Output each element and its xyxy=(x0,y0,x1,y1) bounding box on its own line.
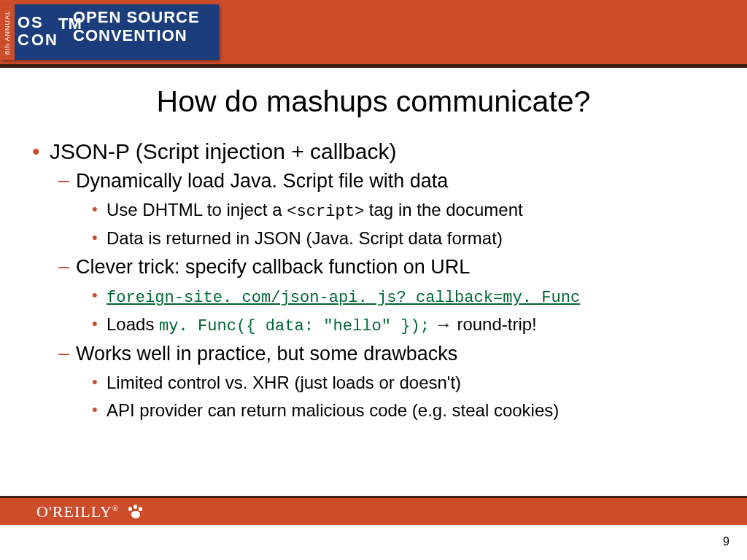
bullet-jsonp: JSON-P (Script injection + callback) xyxy=(50,139,725,164)
page-number: 9 xyxy=(723,535,729,548)
url-code: foreign-site. com/json-api. js? callback… xyxy=(107,289,580,307)
banner-divider xyxy=(0,64,747,68)
annual-strip: 8th ANNUAL xyxy=(0,4,15,60)
callback-code: my. Func({ data: "hello" }); xyxy=(159,317,430,335)
banner-line1: OPEN SOURCE xyxy=(73,9,200,26)
sub-data-json: Data is returned in JSON (Java. Script d… xyxy=(107,228,725,249)
footer-bar: O'REILLY® xyxy=(0,496,747,525)
sub-drawbacks: Works well in practice, but some drawbac… xyxy=(76,343,725,365)
sub-loads-roundtrip: Loads my. Func({ data: "hello" }); → rou… xyxy=(107,314,725,335)
banner-line2: CONVENTION xyxy=(73,27,200,44)
banner-title: OPEN SOURCE CONVENTION xyxy=(73,9,200,44)
sub-clever-trick: Clever trick: specify callback function … xyxy=(76,256,725,279)
arrow-icon: → xyxy=(430,314,457,334)
sub-dynamic-load: Dynamically load Java. Script file with … xyxy=(76,170,725,192)
script-tag-code: <script> xyxy=(287,203,364,221)
sub-foreign-url: foreign-site. com/json-api. js? callback… xyxy=(107,286,725,307)
paw-icon xyxy=(126,502,145,521)
sub-malicious: API provider can return malicious code (… xyxy=(107,400,725,421)
top-banner: OPEN SOURCE CONVENTION 8th ANNUAL O S TM… xyxy=(0,0,747,64)
sub-limited-control: Limited control vs. XHR (just loads or d… xyxy=(107,373,725,393)
oscon-logo-icon: O S TM C O N xyxy=(18,13,64,52)
slide-title: How do mashups communicate? xyxy=(0,85,747,119)
oreilly-logo: O'REILLY® xyxy=(36,502,119,521)
slide-content: JSON-P (Script injection + callback) Dyn… xyxy=(0,139,747,421)
sub-dhtml-inject: Use DHTML to inject a <script> tag in th… xyxy=(107,200,725,221)
